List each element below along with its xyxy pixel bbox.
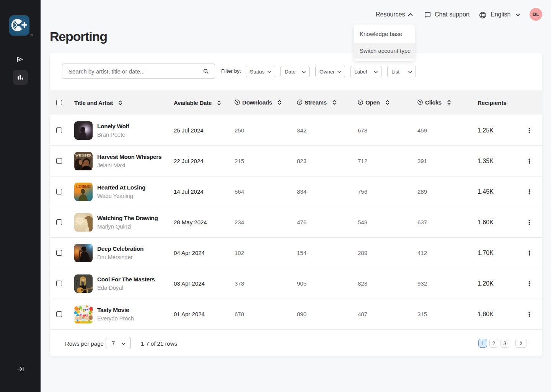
svg-text:WHISPER: WHISPER xyxy=(75,154,92,157)
svg-text:LOSING: LOSING xyxy=(76,184,91,189)
